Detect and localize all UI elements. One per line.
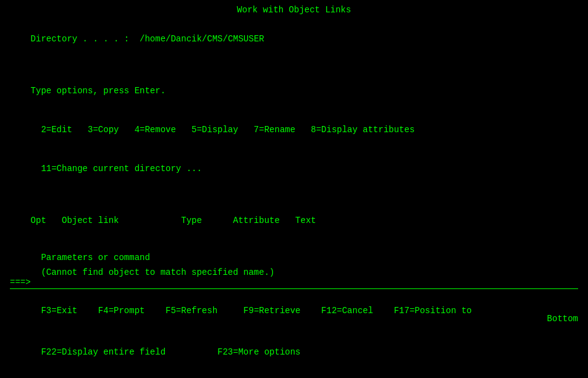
separator xyxy=(10,288,578,289)
directory-line: Directory . . . . : /home/Dancik/CMS/CMS… xyxy=(10,20,578,59)
table-header: Opt Object link Type Attribute Text xyxy=(10,201,578,240)
command-input-line[interactable]: ===> xyxy=(10,277,578,287)
directory-path: /home/Dancik/CMS/CMSUSER xyxy=(129,34,264,44)
directory-label: Directory . . . . : xyxy=(31,34,130,44)
fkey-line1-text: F3=Exit F4=Prompt F5=Refresh F9=Retrieve… xyxy=(41,306,471,316)
params-label-text: Parameters or command xyxy=(41,253,149,262)
command-prompt-text: ===> xyxy=(10,277,31,287)
table-header-text: Opt Object link Type Attribute Text xyxy=(31,216,316,225)
options-text-2: 11=Change current directory ... xyxy=(31,164,202,174)
instructions-text: Type options, press Enter. xyxy=(31,86,166,96)
fkey-line1: F3=Exit F4=Prompt F5=Refresh F9=Retrieve… xyxy=(10,290,578,332)
screen: Work with Object Links Directory . . . .… xyxy=(0,0,588,378)
options-line1: 2=Edit 3=Copy 4=Remove 5=Display 7=Renam… xyxy=(10,111,578,149)
fkey-line2-text: F22=Display entire field F23=More option… xyxy=(41,347,300,357)
instructions-line: Type options, press Enter. xyxy=(10,72,578,111)
params-label: Parameters or command xyxy=(10,238,578,277)
page-title: Work with Object Links xyxy=(10,5,578,15)
title-text: Work with Object Links xyxy=(237,5,351,15)
options-line2: 11=Change current directory ... xyxy=(10,149,578,188)
bottom-section: Parameters or command ===> F3=Exit F4=Pr… xyxy=(0,238,588,378)
fkey-line2: F22=Display entire field F23=More option… xyxy=(10,332,578,373)
command-input[interactable] xyxy=(31,277,578,287)
options-text-1: 2=Edit 3=Copy 4=Remove 5=Display 7=Renam… xyxy=(31,125,415,135)
